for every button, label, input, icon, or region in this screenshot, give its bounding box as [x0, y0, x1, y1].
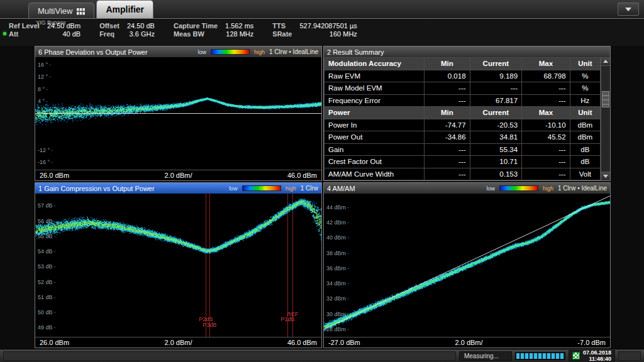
y-tick-label: 38 dBm: [326, 250, 349, 256]
y-tick-label: -16 °: [38, 159, 53, 165]
meas-bw-label: Meas BW: [174, 30, 218, 38]
legend-high-label: high: [286, 185, 296, 192]
y-tick-label: 51 dB: [38, 294, 56, 300]
result-summary-table: Modulation Accuracy Min Current Max Unit…: [324, 57, 601, 180]
amam-x-axis: -27.0 dBm 2.0 dBm/ -7.0 dBm: [324, 337, 610, 348]
panel-phase-deviation: 6 Phase Deviation vs Output Power low hi…: [35, 46, 322, 181]
amam-chart-canvas[interactable]: [324, 194, 610, 337]
y-tick-label: 42 dBm: [326, 219, 349, 226]
settings-header: Ref Level 24.50 dBm Att 40 dB Offset 24.…: [0, 19, 644, 46]
panel-amam-title-bar[interactable]: 4 AM/AM low high 1 Clrw • IdealLine: [324, 183, 610, 194]
srate-value: 160 MHz: [299, 30, 357, 38]
phase-x-axis: 26.0 dBm 2.0 dBm/ 46.0 dBm: [35, 170, 321, 180]
status-bar-message-area: [3, 351, 456, 361]
y-tick-label: 49 dB: [38, 324, 56, 331]
y-tick-label: 52 dB: [38, 279, 56, 285]
header-group-timing[interactable]: TTS 527.942087501 µs SRate 160 MHz: [272, 22, 357, 38]
panel-amam: 4 AM/AM low high 1 Clrw • IdealLine 44 d…: [323, 182, 611, 348]
ref-level-label: Ref Level: [9, 22, 40, 30]
window-menu-button[interactable]: [618, 3, 639, 16]
att-value: 40 dB: [47, 30, 80, 38]
y-tick-label: 16 °: [38, 62, 51, 68]
panel-summary-title: 2 Result Summary: [327, 48, 607, 56]
x-axis-start-label: 26.0 dBm: [40, 172, 69, 179]
status-bar: Measuring... 07.06.2018 11:46:40: [0, 349, 644, 362]
color-gradient-legend: [211, 49, 250, 55]
color-gradient-legend: [499, 185, 538, 191]
y-tick-label: 56 dB: [38, 218, 56, 224]
y-tick-label: -12 °: [38, 147, 53, 153]
phase-deviation-chart: 16 °12 °8 °4 °-12 °-16 °: [35, 57, 321, 170]
tts-value: 527.942087501 µs: [299, 22, 357, 30]
table-row: Power Out-34.8634.8145.52dBm: [325, 131, 601, 144]
panel-summary-title-bar[interactable]: 2 Result Summary: [324, 47, 610, 57]
status-date: 07.06.2018: [583, 349, 611, 356]
panel-gain-title: 1 Gain Compression vs Output Power: [38, 185, 225, 192]
y-tick-label: 55 dB: [38, 233, 56, 239]
panel-amam-title: 4 AM/AM: [327, 185, 482, 192]
offset-value: 24.50 dB: [127, 22, 155, 30]
gain-compression-chart-canvas[interactable]: [35, 194, 321, 337]
sync-status-icon: [572, 352, 580, 359]
x-axis-scale-label: 2.0 dBm/: [164, 172, 192, 179]
y-tick-label: 54 dB: [38, 248, 56, 255]
scroll-down-button[interactable]: [601, 172, 610, 180]
table-section-header: Modulation Accuracy Min Current Max Unit: [325, 58, 601, 70]
y-tick-label: 50 dB: [38, 309, 56, 315]
y-tick-label: 40 dBm: [326, 234, 349, 241]
legend-high-label: high: [543, 185, 553, 192]
y-tick-label: 28 dBm: [326, 326, 349, 332]
channel-tab-bar: MultiView Amplifier: [0, 0, 644, 19]
table-row: Raw Model EVM---------%: [325, 82, 601, 95]
trace-label: 1 Clrw • IdealLine: [269, 48, 318, 55]
header-group-freq[interactable]: Offset 24.50 dB Freq 3.6 GHz: [99, 22, 155, 38]
panel-phase-title-bar[interactable]: 6 Phase Deviation vs Output Power low hi…: [35, 47, 321, 57]
progress-fill: [516, 353, 564, 359]
tab-multiview[interactable]: MultiView: [28, 3, 94, 18]
measurement-progress-bar: [515, 352, 565, 360]
datetime-box: 07.06.2018 11:46:40: [569, 350, 615, 361]
table-row: Crest Factor Out---10.71---dB: [325, 156, 601, 168]
x-axis-stop-label: 46.0 dBm: [287, 339, 317, 346]
chevron-down-icon: [625, 8, 631, 11]
y-tick-label: 34 dBm: [326, 280, 349, 287]
tab-amplifier[interactable]: Amplifier: [96, 0, 153, 18]
multiview-grid-icon: [77, 8, 85, 14]
table-row: Power In-74.77-20.53-10.10dBm: [325, 119, 601, 131]
x-axis-stop-label: -7.0 dBm: [577, 339, 606, 346]
trace-label: 1 Clrw: [301, 185, 318, 192]
capture-time-label: Capture Time: [174, 22, 218, 30]
x-axis-scale-label: 2.0 dBm/: [164, 339, 192, 346]
table-section-header: Power Min Current Max Unit: [325, 107, 601, 119]
y-tick-label: 44 dBm: [326, 204, 349, 211]
header-group-capture[interactable]: Capture Time 1.562 ms Meas BW 128 MHz: [174, 22, 253, 38]
table-row: Gain---55.34---dB: [325, 143, 601, 156]
panel-gain-title-bar[interactable]: 1 Gain Compression vs Output Power low h…: [35, 183, 321, 194]
x-axis-start-label: 26.0 dBm: [40, 339, 69, 346]
x-axis-stop-label: 46.0 dBm: [287, 172, 317, 179]
panel-gain-compression: 1 Gain Compression vs Output Power low h…: [35, 182, 322, 348]
trace-label: 1 Clrw • IdealLine: [558, 185, 607, 192]
y-tick-label: 32 dBm: [326, 295, 349, 302]
table-scrollbar[interactable]: [601, 57, 610, 180]
table-row: AM/AM Curve Width---0.153---Volt: [325, 168, 601, 180]
y-tick-label: 8 °: [38, 86, 48, 92]
tab-multiview-label: MultiView: [38, 6, 72, 16]
panel-phase-title: 6 Phase Deviation vs Output Power: [38, 48, 193, 56]
yig-bypass-label: YIG Bypass: [36, 19, 66, 26]
scrollbar-thumb[interactable]: [602, 91, 609, 107]
gain-compression-chart: 57 dB56 dB55 dB54 dB53 dB52 dB51 dB50 dB…: [35, 194, 321, 337]
triangle-down-icon: [603, 175, 608, 178]
y-tick-label: 53 dB: [38, 263, 56, 270]
table-row: Frequency Error---67.817---Hz: [325, 94, 601, 107]
scroll-up-button[interactable]: [601, 57, 610, 66]
gain-x-axis: 26.0 dBm 2.0 dBm/ 46.0 dBm: [35, 337, 321, 348]
panel-result-summary: 2 Result Summary Modulation Accuracy Min…: [323, 46, 611, 181]
amam-chart: 44 dBm42 dBm40 dBm38 dBm36 dBm34 dBm32 d…: [324, 194, 610, 337]
phase-deviation-chart-canvas[interactable]: [35, 57, 321, 170]
y-tick-label: 12 °: [38, 74, 51, 80]
x-axis-start-label: -27.0 dBm: [328, 339, 360, 346]
legend-high-label: high: [254, 49, 265, 55]
status-time: 11:46:40: [589, 356, 611, 362]
x-axis-scale-label: 2.0 dBm/: [455, 339, 483, 346]
